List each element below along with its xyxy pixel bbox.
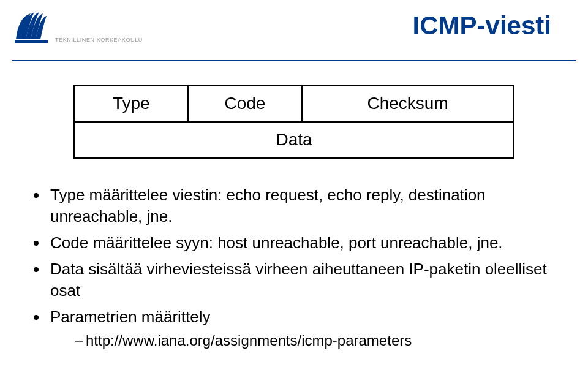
- institution-logo-icon: [12, 11, 51, 45]
- slide-content: Type Code Checksum Data Type määrittelee…: [0, 54, 588, 350]
- slide-title: ICMP-viesti: [413, 11, 551, 40]
- bullet-item: Code määrittelee syyn: host unreachable,…: [48, 232, 551, 254]
- bullet-item: Type määrittelee viestin: echo request, …: [48, 184, 551, 227]
- svg-rect-0: [15, 40, 48, 43]
- packet-field-data: Data: [74, 123, 514, 159]
- bullet-list: Type määrittelee viestin: echo request, …: [37, 184, 551, 350]
- sub-bullet-list: http://www.iana.org/assignments/icmp-par…: [50, 331, 551, 350]
- packet-diagram: Type Code Checksum Data: [74, 85, 514, 159]
- packet-field-type: Type: [75, 86, 189, 121]
- slide-header: TEKNILLINEN KORKEAKOULU ICMP-viesti: [0, 0, 588, 54]
- slide: TEKNILLINEN KORKEAKOULU ICMP-viesti Type…: [0, 0, 588, 386]
- bullet-item: Data sisältää virheviesteissä virheen ai…: [48, 259, 551, 301]
- institution-name: TEKNILLINEN KORKEAKOULU: [55, 37, 143, 43]
- packet-field-code: Code: [189, 86, 303, 121]
- sub-bullet-item: http://www.iana.org/assignments/icmp-par…: [75, 331, 551, 350]
- packet-row-header: Type Code Checksum: [74, 85, 514, 123]
- bullet-text: Parametrien määrittely: [50, 308, 211, 326]
- bullet-item: Parametrien määrittely http://www.iana.o…: [48, 306, 551, 350]
- packet-field-checksum: Checksum: [303, 86, 513, 121]
